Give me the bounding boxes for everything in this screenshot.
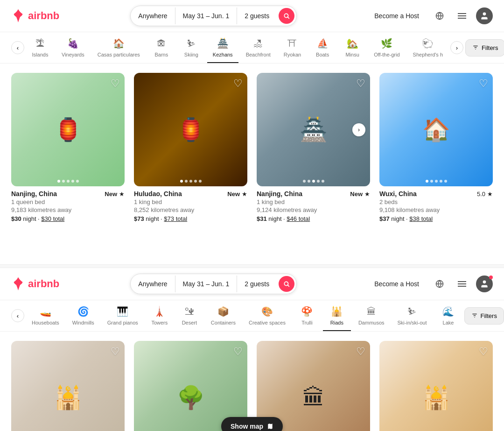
cat2-desert[interactable]: 🏜 Desert [175, 301, 203, 331]
logo-text-2: airbnb [28, 278, 59, 290]
filters-button-2[interactable]: Filters [464, 307, 504, 325]
menu-button[interactable] [454, 7, 470, 24]
dot [444, 180, 447, 183]
svg-line-12 [288, 285, 289, 287]
wishlist-button-5[interactable]: ♡ [111, 346, 120, 358]
cat-islands[interactable]: 🏝 Islands [26, 33, 54, 63]
dot [189, 180, 192, 183]
cat-kezhans[interactable]: 🏯 Kezhans [207, 32, 238, 63]
wishlist-button-7[interactable]: ♡ [356, 346, 365, 358]
listing-photo-2: 🏮 [134, 73, 247, 186]
listing-badge-3: New ★ [350, 191, 370, 198]
menu-button-2[interactable] [454, 276, 470, 292]
cat2-skiinout[interactable]: ⛷ Ski-in/ski-out [392, 301, 433, 331]
cat2-towers[interactable]: 🗼 Towers [146, 300, 174, 331]
wishlist-button-4[interactable]: ♡ [479, 78, 488, 90]
cat2-grandpianos[interactable]: 🎹 Grand pianos [102, 300, 144, 331]
listing-dist-2: 8,252 kilometres away [134, 206, 247, 213]
listing-price-4: $37 night · $38 total [379, 215, 493, 222]
riads-icon: 🕌 [331, 306, 343, 317]
dot [185, 180, 188, 183]
dot-indicators-1 [57, 180, 79, 183]
show-map-container-1: Show map [0, 232, 504, 255]
cat2-containers[interactable]: 📦 Containers [205, 300, 241, 331]
listing-card-2[interactable]: 🏮 ♡ Huludao, China New ★ [134, 73, 247, 222]
cat2-creativespaces[interactable]: 🎨 Creative spaces [243, 300, 291, 331]
wishlist-button-1[interactable]: ♡ [111, 78, 120, 90]
listing-desc-3: 1 king bed [257, 198, 370, 205]
cat2-dammusos[interactable]: 🏛 Dammusos [353, 301, 390, 331]
cat2-trulli[interactable]: 🍄 Trulli [293, 300, 321, 331]
dates-input[interactable]: May 31 – Jun. 1 [175, 7, 238, 24]
wishlist-button-3[interactable]: ♡ [356, 78, 365, 90]
dot [312, 180, 315, 183]
dates-input-2[interactable]: May 31 – Jun. 1 [175, 276, 238, 292]
dot [71, 180, 74, 183]
airbnb-logo-2[interactable]: airbnb [11, 277, 59, 291]
location-input[interactable]: Anywhere [131, 7, 175, 24]
cat-skiing[interactable]: ⛷ Skiing [177, 33, 205, 63]
cat2-scroll-prev[interactable]: ‹ [11, 309, 24, 322]
listing-dist-3: 9,124 kilometres away [257, 206, 370, 213]
guests-input[interactable]: 2 guests [237, 7, 277, 24]
show-map-button-1[interactable]: Show map [221, 417, 283, 431]
dot [308, 180, 310, 183]
cat-boats[interactable]: ⛵ Boats [308, 32, 336, 63]
nav-arrow-3[interactable]: › [352, 123, 365, 136]
cat-casas[interactable]: 🏠 Casas particulares [92, 32, 146, 63]
listing-card-1[interactable]: 🏮 ♡ Nanjing, China New ★ [11, 73, 125, 222]
listing-badge-4: 5.0 ★ [477, 191, 493, 198]
listing-card-8[interactable]: 🕌 ♡ Fès, Morocco New ★ [379, 341, 493, 431]
dot [76, 180, 79, 183]
cat-scroll-next[interactable]: › [450, 41, 463, 54]
avatar-2[interactable] [476, 276, 493, 292]
guests-input-2[interactable]: 2 guests [237, 276, 277, 292]
filters-button-1[interactable]: Filters [465, 39, 504, 57]
location-input-2[interactable]: Anywhere [131, 276, 175, 292]
cat-vineyards[interactable]: 🍇 Vineyards [56, 32, 90, 63]
language-button[interactable] [431, 7, 448, 24]
cat2-windmills[interactable]: 🌀 Windmills [67, 300, 100, 331]
map-icon-1 [267, 423, 273, 430]
header-right: Become a Host [368, 7, 493, 24]
become-host-link[interactable]: Become a Host [368, 7, 426, 24]
listing-desc-1: 1 queen bed [11, 198, 125, 205]
barns-icon: 🏚 [157, 38, 166, 49]
wishlist-button-2[interactable]: ♡ [233, 78, 243, 90]
svg-line-1 [288, 17, 289, 19]
containers-icon: 📦 [217, 306, 229, 317]
cat2-lake[interactable]: 🌊 Lake [434, 300, 462, 331]
listing-photo-1: 🏮 [11, 73, 125, 186]
cat-barns[interactable]: 🏚 Barns [147, 33, 175, 63]
cat-scroll-prev[interactable]: ‹ [11, 41, 24, 54]
notification-dot [489, 276, 493, 279]
cat-offgrid[interactable]: 🌿 Off-the-grid [368, 32, 405, 63]
avatar[interactable] [476, 7, 493, 24]
cat-ryokan[interactable]: ⛩ Ryokan [278, 33, 307, 63]
language-button-2[interactable] [431, 276, 448, 292]
listing-card-5[interactable]: 🕌 ♡ Medina Marrakech, Morocco 4.62 ★ [11, 341, 125, 431]
listing-location-2: Huludao, China [134, 190, 182, 198]
cat2-riads[interactable]: 🕌 Riads [323, 300, 351, 331]
listing-card-3[interactable]: 🏯 ♡ › Nanjing, China New ★ [257, 73, 370, 222]
listing-image-4: 🏠 ♡ [379, 73, 493, 186]
globe-icon-2 [435, 280, 444, 288]
listing-badge-1: New ★ [105, 191, 125, 198]
cat-beachfront[interactable]: 🏖 Beachfront [240, 33, 276, 63]
svg-point-7 [483, 13, 486, 16]
cat2-houseboats[interactable]: 🚤 Houseboats [26, 300, 65, 331]
wishlist-button-6[interactable]: ♡ [233, 346, 243, 358]
cat-minsu[interactable]: 🏡 Minsu [338, 32, 366, 63]
search-button-2[interactable] [279, 276, 294, 292]
wishlist-button-8[interactable]: ♡ [479, 346, 488, 358]
search-button[interactable] [279, 8, 294, 24]
listing-card-4[interactable]: 🏠 ♡ Wuxi, China 5.0 ★ [379, 73, 493, 222]
listing-badge-2: New ★ [227, 191, 247, 198]
minsu-icon: 🏡 [347, 38, 358, 49]
search-bar[interactable]: Anywhere May 31 – Jun. 1 2 guests [130, 6, 297, 26]
cat-shepherds[interactable]: 🐑 Shepherd's h [407, 32, 448, 63]
dot-indicators-2 [180, 180, 202, 183]
airbnb-logo[interactable]: airbnb [11, 9, 59, 23]
search-bar-2[interactable]: Anywhere May 31 – Jun. 1 2 guests [130, 274, 297, 294]
become-host-link-2[interactable]: Become a Host [368, 276, 426, 292]
